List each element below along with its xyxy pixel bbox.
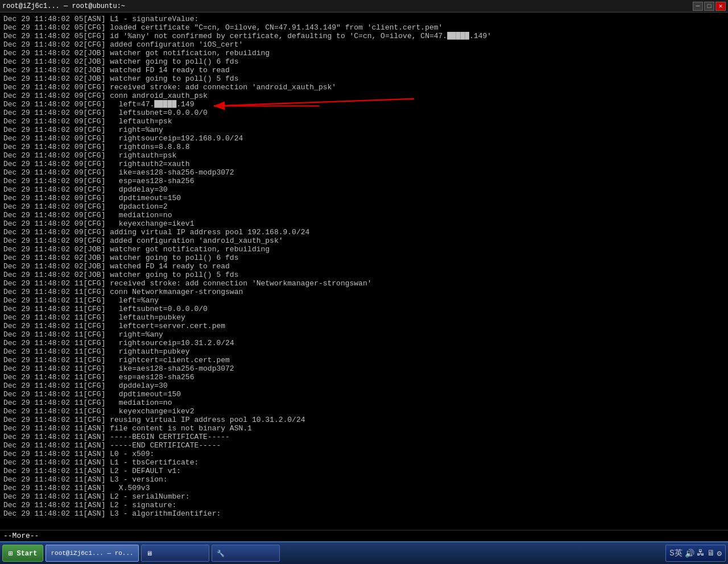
- line-message: mediation=no: [105, 399, 172, 407]
- line-message: X.509v3: [105, 484, 150, 492]
- terminal-window: root@iZj6c1... — root@ubuntu:~ ─ □ ✕ Dec…: [0, 0, 728, 564]
- line-tag: 11[CFG]: [75, 330, 106, 339]
- line-message: rightcert=client.cert.pem: [105, 356, 229, 364]
- line-timestamp: Dec 29 11:48:02: [3, 168, 75, 177]
- line-message: watched FD 14 ready to read: [105, 66, 229, 74]
- line-message: rightauth2=xauth: [105, 160, 189, 168]
- maximize-button[interactable]: □: [704, 2, 714, 11]
- line-message: dpdaction=2: [105, 202, 167, 211]
- line-message: right=%any: [105, 126, 163, 134]
- terminal-line: Dec 29 11:48:02 02[JOB] watcher going to…: [3, 271, 725, 279]
- line-message: ike=aes128-sha256-modp3072: [105, 168, 234, 177]
- line-message: watched FD 14 ready to read: [105, 262, 229, 271]
- terminal-line: Dec 29 11:48:02 09[CFG] dpdaction=2: [3, 202, 725, 211]
- taskbar-item-3[interactable]: 🔧: [212, 545, 280, 562]
- line-timestamp: Dec 29 11:48:02: [3, 390, 75, 399]
- line-timestamp: Dec 29 11:48:02: [3, 92, 75, 100]
- line-timestamp: Dec 29 11:48:02: [3, 49, 75, 57]
- line-timestamp: Dec 29 11:48:02: [3, 23, 75, 32]
- line-message: watcher going to poll() 5 fds: [105, 74, 238, 83]
- terminal-line: Dec 29 11:48:02 09[CFG] rightdns=8.8.8.8: [3, 143, 725, 151]
- monitor-icon[interactable]: 🖥: [707, 549, 715, 558]
- line-timestamp: Dec 29 11:48:02: [3, 254, 75, 262]
- line-timestamp: Dec 29 11:48:02: [3, 228, 75, 237]
- terminal-line: Dec 29 11:48:02 11[CFG] dpdtimeout=150: [3, 390, 725, 399]
- line-timestamp: Dec 29 11:48:02: [3, 399, 75, 407]
- taskbar-item-2[interactable]: 🖥: [141, 545, 209, 562]
- line-message: dpdtimeout=150: [105, 194, 181, 202]
- minimize-button[interactable]: ─: [693, 2, 703, 11]
- terminal-line: Dec 29 11:48:02 02[JOB] watcher got noti…: [3, 49, 725, 57]
- terminal-line: Dec 29 11:48:02 11[CFG] reusing virtual …: [3, 416, 725, 424]
- line-tag: 05[ASN]: [75, 15, 106, 23]
- start-label: ⊞ Start: [9, 549, 37, 558]
- line-timestamp: Dec 29 11:48:02: [3, 450, 75, 458]
- line-tag: 09[CFG]: [75, 143, 106, 151]
- line-message: conn android_xauth_psk: [105, 92, 207, 100]
- line-message: reusing virtual IP address pool 10.31.2.…: [105, 416, 305, 424]
- terminal-line: Dec 29 11:48:02 02[JOB] watcher going to…: [3, 254, 725, 262]
- line-timestamp: Dec 29 11:48:02: [3, 185, 75, 194]
- line-timestamp: Dec 29 11:48:02: [3, 475, 75, 484]
- line-tag: 11[CFG]: [75, 288, 106, 296]
- line-timestamp: Dec 29 11:48:02: [3, 509, 75, 518]
- terminal-line: Dec 29 11:48:02 11[CFG] keyexchange=ikev…: [3, 407, 725, 416]
- terminal-line: Dec 29 11:48:02 09[CFG] keyexchange=ikev…: [3, 219, 725, 228]
- line-message: L3 - algorithmIdentifier:: [105, 509, 221, 518]
- line-timestamp: Dec 29 11:48:02: [3, 143, 75, 151]
- title-bar: root@iZj6c1... — root@ubuntu:~ ─ □ ✕: [0, 0, 728, 13]
- start-button[interactable]: ⊞ Start: [2, 545, 43, 562]
- line-message: rightsourceip=10.31.2.0/24: [105, 339, 234, 347]
- settings-icon[interactable]: ⚙: [717, 549, 722, 558]
- close-button[interactable]: ✕: [715, 2, 726, 11]
- line-timestamp: Dec 29 11:48:02: [3, 279, 75, 288]
- line-timestamp: Dec 29 11:48:02: [3, 194, 75, 202]
- audio-icon[interactable]: 🔊: [685, 549, 694, 558]
- terminal-line: Dec 29 11:48:02 11[CFG] rightcert=client…: [3, 356, 725, 364]
- terminal-line: Dec 29 11:48:02 02[JOB] watched FD 14 re…: [3, 66, 725, 74]
- terminal-line: Dec 29 11:48:02 11[ASN] L1 - tbsCertific…: [3, 458, 725, 467]
- taskbar-item-terminal[interactable]: root@iZj6c1... — ro...: [46, 545, 138, 562]
- terminal-line: Dec 29 11:48:02 09[CFG] left=47.█████.14…: [3, 100, 725, 109]
- line-message: received stroke: add connection 'android…: [105, 83, 336, 92]
- terminal-line: Dec 29 11:48:02 02[CFG] added configurat…: [3, 40, 725, 49]
- line-tag: 11[CFG]: [75, 381, 106, 390]
- terminal-line: Dec 29 11:48:02 11[CFG] leftsubnet=0.0.0…: [3, 305, 725, 313]
- terminal-line: Dec 29 11:48:02 11[ASN] X.509v3: [3, 484, 725, 492]
- network-icon[interactable]: 🖧: [697, 549, 705, 558]
- terminal-line: Dec 29 11:48:02 11[CFG] esp=aes128-sha25…: [3, 373, 725, 381]
- line-timestamp: Dec 29 11:48:02: [3, 32, 75, 40]
- line-tag: 09[CFG]: [75, 228, 106, 237]
- line-message: -----END CERTIFICATE-----: [105, 441, 221, 450]
- line-tag: 09[CFG]: [75, 134, 106, 143]
- line-timestamp: Dec 29 11:48:02: [3, 492, 75, 501]
- line-timestamp: Dec 29 11:48:02: [3, 416, 75, 424]
- line-message: adding virtual IP address pool 192.168.9…: [105, 228, 309, 237]
- line-timestamp: Dec 29 11:48:02: [3, 219, 75, 228]
- terminal-line: Dec 29 11:48:02 11[CFG] leftauth=pubkey: [3, 313, 725, 322]
- terminal-line: Dec 29 11:48:02 05[ASN] L1 - signatureVa…: [3, 15, 725, 23]
- line-timestamp: Dec 29 11:48:02: [3, 100, 75, 109]
- terminal-line: Dec 29 11:48:02 11[ASN] L2 - signature:: [3, 501, 725, 509]
- line-tag: 09[CFG]: [75, 202, 106, 211]
- line-timestamp: Dec 29 11:48:02: [3, 245, 75, 254]
- line-message: L2 - DEFAULT v1:: [105, 467, 181, 475]
- line-message: L0 - x509:: [105, 450, 154, 458]
- line-timestamp: Dec 29 11:48:02: [3, 484, 75, 492]
- line-tag: 11[CFG]: [75, 364, 106, 373]
- line-timestamp: Dec 29 11:48:02: [3, 288, 75, 296]
- line-tag: 11[CFG]: [75, 279, 106, 288]
- ime-icon[interactable]: S英: [669, 548, 682, 558]
- line-timestamp: Dec 29 11:48:02: [3, 151, 75, 160]
- line-message: added configuration 'iOS_cert': [105, 40, 243, 49]
- line-timestamp: Dec 29 11:48:02: [3, 305, 75, 313]
- line-timestamp: Dec 29 11:48:02: [3, 364, 75, 373]
- line-tag: 09[CFG]: [75, 185, 106, 194]
- line-timestamp: Dec 29 11:48:02: [3, 501, 75, 509]
- terminal-line: Dec 29 11:48:02 11[ASN] -----END CERTIFI…: [3, 441, 725, 450]
- line-tag: 11[CFG]: [75, 373, 106, 381]
- taskbar-item-2-label: 🖥: [146, 550, 152, 557]
- terminal-line: Dec 29 11:48:02 11[CFG] mediation=no: [3, 399, 725, 407]
- line-timestamp: Dec 29 11:48:02: [3, 424, 75, 433]
- line-timestamp: Dec 29 11:48:02: [3, 66, 75, 74]
